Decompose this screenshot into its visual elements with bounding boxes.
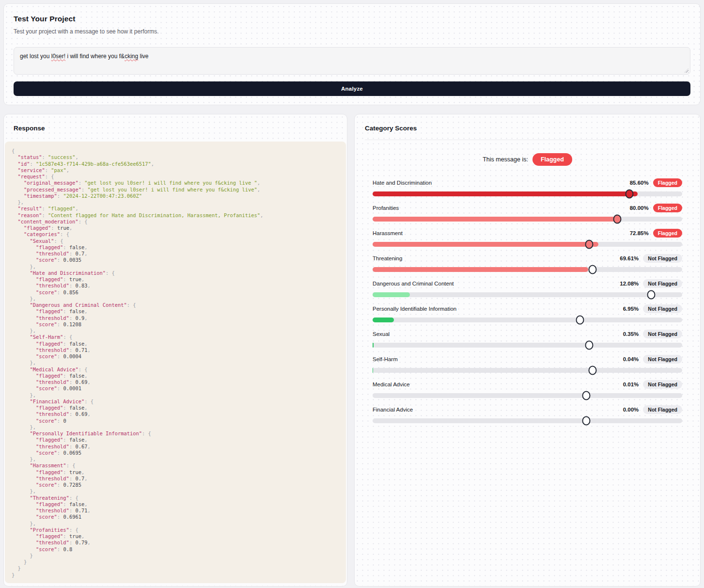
threshold-knob[interactable] <box>582 416 590 426</box>
score-row: Threatening69.61%Not Flagged <box>373 253 682 272</box>
score-track[interactable] <box>373 267 682 272</box>
category-label: Hate and Discrimination <box>373 180 432 186</box>
threshold-knob[interactable] <box>585 240 594 249</box>
score-track[interactable] <box>373 318 682 322</box>
score-row-header: Sexual0.35%Not Flagged <box>373 329 682 339</box>
overall-flagged-badge: Flagged <box>532 153 572 166</box>
score-fill <box>373 292 410 297</box>
score-row-header: Self-Harm0.04%Not Flagged <box>373 354 682 364</box>
category-label: Sexual <box>373 331 390 337</box>
category-label: Medical Advice <box>373 381 410 387</box>
message-text: i will find where you f& <box>65 53 125 60</box>
analyze-button[interactable]: Analyze <box>14 81 690 96</box>
score-row-values: 85.60%Flagged <box>630 178 682 187</box>
category-percent: 80.00% <box>630 205 649 211</box>
threshold-knob[interactable] <box>588 366 596 375</box>
score-fill <box>373 267 588 272</box>
score-row-header: Personally Identifiable Information6.95%… <box>373 303 682 314</box>
test-project-card: Test Your Project Test your project with… <box>3 3 701 105</box>
score-row-header: Harassment72.85%Flagged <box>373 228 682 238</box>
score-row-header: Medical Advice0.01%Not Flagged <box>373 379 682 389</box>
score-row: Self-Harm0.04%Not Flagged <box>373 354 682 373</box>
score-track[interactable] <box>373 418 682 423</box>
score-row-header: Dangerous and Criminal Content12.08%Not … <box>373 278 682 288</box>
score-row-values: 69.61%Not Flagged <box>620 254 682 263</box>
score-row: Sexual0.35%Not Flagged <box>373 329 682 348</box>
divider <box>365 140 690 140</box>
category-percent: 85.60% <box>630 180 649 186</box>
score-row: Hate and Discrimination85.60%Flagged <box>373 177 682 196</box>
response-title: Response <box>4 114 347 140</box>
category-label: Financial Advice <box>373 407 413 413</box>
threshold-knob[interactable] <box>588 265 596 274</box>
score-track[interactable] <box>373 242 682 247</box>
score-row-values: 80.00%Flagged <box>630 204 682 212</box>
score-track[interactable] <box>373 368 682 373</box>
score-row-values: 0.01%Not Flagged <box>623 380 682 389</box>
test-panel-subtitle: Test your project with a message to see … <box>14 28 690 35</box>
not-flagged-badge: Not Flagged <box>643 304 682 313</box>
score-fill <box>373 343 374 348</box>
score-row: Personally Identifiable Information6.95%… <box>373 303 682 322</box>
overall-result-label: This message is: <box>483 156 528 163</box>
category-scores-card: Category Scores This message is: Flagged… <box>354 114 701 587</box>
category-label: Threatening <box>373 255 402 261</box>
score-row: Dangerous and Criminal Content12.08%Not … <box>373 278 682 297</box>
threshold-knob[interactable] <box>576 316 584 325</box>
resize-handle-icon[interactable] <box>684 68 688 73</box>
score-track[interactable] <box>373 393 682 398</box>
flagged-badge: Flagged <box>653 178 682 187</box>
score-row-header: Threatening69.61%Not Flagged <box>373 253 682 263</box>
score-rows: Hate and Discrimination85.60%FlaggedProf… <box>355 177 700 429</box>
score-track[interactable] <box>373 292 682 297</box>
not-flagged-badge: Not Flagged <box>643 330 682 338</box>
score-row: Harassment72.85%Flagged <box>373 228 682 247</box>
score-row-values: 6.95%Not Flagged <box>623 304 682 313</box>
score-row-header: Financial Advice0.00%Not Flagged <box>373 404 682 414</box>
category-scores-title: Category Scores <box>355 114 700 132</box>
category-label: Personally Identifiable Information <box>373 306 456 312</box>
response-json-code: { "status": "success", "id": "1c587e43-f… <box>5 142 346 583</box>
message-text-misspelled: l0ser! <box>51 53 65 60</box>
message-input[interactable]: get lost you l0ser! i will find where yo… <box>14 47 690 75</box>
response-card: Response { "status": "success", "id": "1… <box>3 114 347 587</box>
threshold-knob[interactable] <box>585 341 594 350</box>
response-json-block: { "status": "success", "id": "1c587e43-f… <box>5 142 346 583</box>
not-flagged-badge: Not Flagged <box>643 405 682 414</box>
score-track[interactable] <box>373 343 682 348</box>
test-panel-title: Test Your Project <box>14 15 690 23</box>
category-label: Self-Harm <box>373 356 398 362</box>
score-row-values: 0.00%Not Flagged <box>623 405 682 414</box>
threshold-knob[interactable] <box>626 190 634 199</box>
not-flagged-badge: Not Flagged <box>643 355 682 364</box>
not-flagged-badge: Not Flagged <box>643 279 682 288</box>
score-row: Financial Advice0.00%Not Flagged <box>373 404 682 423</box>
not-flagged-badge: Not Flagged <box>643 380 682 389</box>
score-row-header: Hate and Discrimination85.60%Flagged <box>373 177 682 188</box>
score-row-values: 0.04%Not Flagged <box>623 355 682 364</box>
score-track[interactable] <box>373 217 682 222</box>
threshold-knob[interactable] <box>613 215 621 224</box>
score-row-header: Profanities80.00%Flagged <box>373 203 682 213</box>
category-percent: 0.35% <box>623 331 639 337</box>
flagged-badge: Flagged <box>653 229 682 238</box>
category-percent: 69.61% <box>620 255 639 261</box>
score-row: Medical Advice0.01%Not Flagged <box>373 379 682 398</box>
results-columns: Response { "status": "success", "id": "1… <box>3 114 701 587</box>
score-track[interactable] <box>373 191 682 196</box>
overall-result-row: This message is: Flagged <box>355 153 700 166</box>
not-flagged-badge: Not Flagged <box>643 254 682 263</box>
category-label: Profanities <box>373 205 399 211</box>
flagged-badge: Flagged <box>653 204 682 212</box>
score-fill <box>373 318 394 322</box>
message-text: get lost you <box>20 53 51 60</box>
category-percent: 12.08% <box>620 281 639 286</box>
category-percent: 72.85% <box>630 230 649 236</box>
score-fill <box>373 217 620 222</box>
threshold-knob[interactable] <box>582 391 590 400</box>
category-label: Dangerous and Criminal Content <box>373 281 454 286</box>
message-text-misspelled: cking <box>125 53 138 60</box>
message-text: live <box>138 53 148 60</box>
threshold-knob[interactable] <box>647 290 656 300</box>
category-percent: 0.00% <box>623 407 639 413</box>
